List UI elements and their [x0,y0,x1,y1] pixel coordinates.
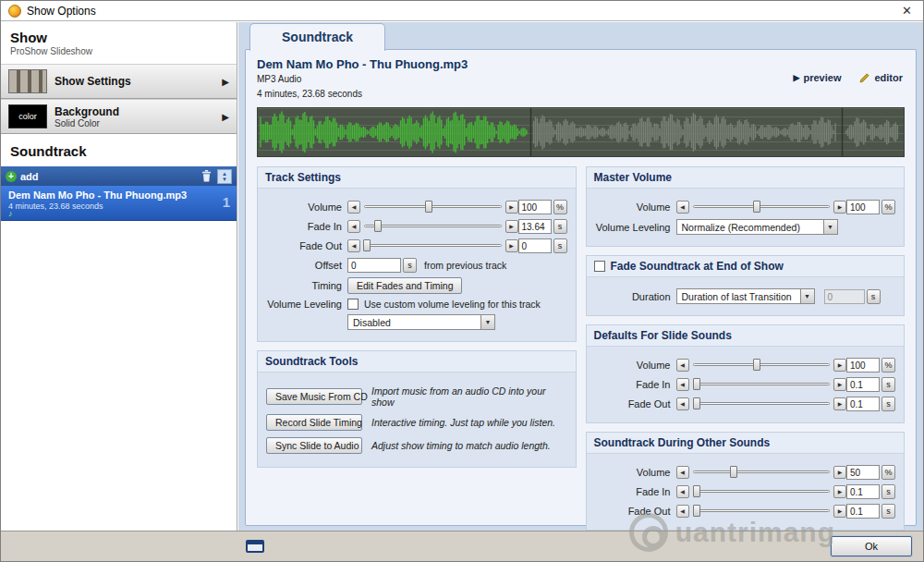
record-slide-timing-button[interactable]: Record Slide Timing [266,414,362,431]
slider-thumb[interactable] [363,239,371,251]
slider-thumb[interactable] [693,397,700,409]
delete-track-icon[interactable] [201,170,212,182]
soundtrack-panel: Dem Nam Mo Pho - Thu Phuong.mp3 MP3 Audi… [245,49,917,526]
slider-left-icon[interactable]: ◀ [676,505,689,518]
fade-end-checkbox[interactable] [594,261,605,272]
slider-right-icon[interactable]: ▶ [833,466,846,479]
edit-fades-timing-button[interactable]: Edit Fades and Timing [347,277,462,294]
timing-label: Timing [266,280,342,291]
slider-right-icon[interactable]: ▶ [833,485,846,498]
slider-thumb[interactable] [374,220,382,232]
other-fade-in-value[interactable]: 0.1 [846,484,880,499]
add-track-button[interactable]: add [20,171,39,182]
reorder-tracks-button[interactable]: ▲ ▼ [217,169,232,184]
track-fade-in-unit: s [553,219,567,234]
editor-button[interactable]: editor [859,72,903,83]
slider-right-icon[interactable]: ▶ [505,201,518,214]
slider-right-icon[interactable]: ▶ [833,378,846,391]
track-volume-slider[interactable] [364,201,502,214]
slider-right-icon[interactable]: ▶ [833,359,846,372]
slider-track [693,490,831,493]
chevron-down-icon[interactable]: ▼ [800,289,814,303]
volume-label: Volume [595,202,671,213]
offset-label: Offset [266,260,342,271]
offset-note: from previous track [424,260,506,271]
track-fade-in-slider[interactable] [364,220,502,233]
track-fade-out-value[interactable]: 0 [518,238,552,253]
defaults-fade-in-slider[interactable] [693,378,831,391]
defaults-fade-in-unit: s [881,377,895,392]
slider-left-icon[interactable]: ◀ [676,466,689,479]
track-fade-out-slider[interactable] [364,239,502,252]
slider-left-icon[interactable]: ◀ [676,397,689,410]
master-leveling-value: Normalize (Recommended) [682,222,819,233]
defaults-fade-in-value[interactable]: 0.1 [846,377,880,392]
other-fade-in-slider[interactable] [693,485,831,498]
title-bar: Show Options ✕ [1,1,923,21]
offset-input[interactable]: 0 [347,258,401,273]
slider-thumb[interactable] [730,466,737,478]
slider-track [693,470,831,473]
slider-thumb[interactable] [425,201,432,213]
chevron-down-icon[interactable]: ▼ [823,220,837,234]
close-icon[interactable]: ✕ [898,4,916,18]
slider-thumb[interactable] [753,359,760,371]
other-volume-unit: % [881,465,895,480]
other-fade-out-value[interactable]: 0.1 [846,504,880,519]
slider-left-icon[interactable]: ◀ [347,220,360,233]
other-fade-out-row: Fade Out ◀ ▶ 0.1 s [595,504,896,519]
slider-right-icon[interactable]: ▶ [505,239,518,252]
chevron-down-icon[interactable]: ▼ [480,315,494,329]
save-music-from-cd-button[interactable]: Save Music From CD [266,388,362,405]
other-volume-value[interactable]: 50 [846,465,880,480]
track-header-title: Dem Nam Mo Pho - Thu Phuong.mp3 [257,57,905,71]
preview-button[interactable]: ▶ preview [794,72,842,83]
custom-leveling-checkbox[interactable] [347,299,359,310]
slider-left-icon[interactable]: ◀ [347,201,360,214]
slider-right-icon[interactable]: ▶ [833,505,846,518]
slider-left-icon[interactable]: ◀ [676,201,689,214]
defaults-fade-out-value[interactable]: 0.1 [846,397,880,411]
volume-label: Volume [595,360,671,371]
ok-button[interactable]: Ok [831,536,912,556]
defaults-volume-slider[interactable] [693,359,831,372]
other-fade-out-slider[interactable] [693,505,831,518]
slider-right-icon[interactable]: ▶ [833,201,846,214]
slider-left-icon[interactable]: ◀ [676,359,689,372]
slide-defaults-title: Defaults For Slide Sounds [587,325,905,347]
track-fade-in-value[interactable]: 13.64 [518,219,552,234]
sync-slide-to-audio-button[interactable]: Sync Slide to Audio [266,437,362,454]
track-volume-row: Volume ◀ ▶ 100 % [266,200,567,214]
compact-view-button[interactable] [246,540,264,553]
sidebar-item-background[interactable]: color Background Solid Color ▶ [1,99,237,134]
fade-end-duration-dropdown[interactable]: Duration of last Transition ▼ [676,288,815,304]
volume-leveling-label: Volume Leveling [266,299,342,310]
defaults-volume-row: Volume ◀ ▶ 100 % [595,358,896,373]
leveling-dropdown-row: Disabled ▼ [266,314,567,330]
waveform-display[interactable] [257,107,905,157]
other-volume-slider[interactable] [693,466,831,479]
track-volume-value[interactable]: 100 [518,200,552,214]
slider-left-icon[interactable]: ◀ [676,378,689,391]
slider-thumb[interactable] [693,505,700,517]
add-icon: + [6,171,17,182]
slider-thumb[interactable] [693,378,700,390]
slider-right-icon[interactable]: ▶ [505,220,518,233]
leveling-dropdown[interactable]: Disabled ▼ [347,314,495,330]
slider-thumb[interactable] [693,485,700,497]
slider-left-icon[interactable]: ◀ [347,239,360,252]
slider-left-icon[interactable]: ◀ [676,485,689,498]
master-volume-value[interactable]: 100 [846,200,880,214]
soundtrack-list-item[interactable]: Dem Nam Mo Pho - Thu Phuong.mp3 4 minute… [1,186,237,221]
pencil-icon [859,72,870,83]
sidebar-item-show-settings[interactable]: Show Settings ▶ [1,64,237,99]
master-leveling-dropdown[interactable]: Normalize (Recommended) ▼ [676,219,838,235]
slider-thumb[interactable] [753,201,760,213]
fade-end-duration-row: Duration Duration of last Transition ▼ 0… [595,288,896,304]
tab-soundtrack[interactable]: Soundtrack [249,23,385,51]
defaults-volume-value[interactable]: 100 [846,358,880,373]
editor-label: editor [874,72,903,83]
defaults-fade-out-slider[interactable] [693,397,831,410]
master-volume-slider[interactable] [693,201,831,214]
slider-right-icon[interactable]: ▶ [833,397,846,410]
